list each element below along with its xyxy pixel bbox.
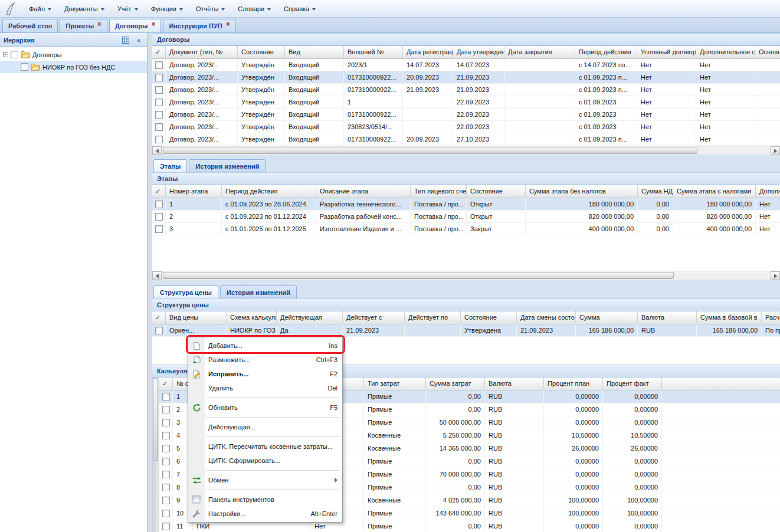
price-tab-1[interactable]: Структура цены xyxy=(153,285,218,298)
column-header-6[interactable]: Состояние xyxy=(461,311,517,324)
checkbox[interactable] xyxy=(155,225,163,233)
table-row[interactable]: Договор, 2023/...УтверждёнВходящий2023/1… xyxy=(152,59,780,71)
stages-tab-2[interactable]: История изменений xyxy=(189,159,266,172)
table-row[interactable]: Ориен...НИОКР по ГОЗДа21.09.2023Утвержде… xyxy=(152,324,780,337)
scrollbar-thumb[interactable] xyxy=(153,379,158,461)
column-header-3[interactable]: Описание этапа xyxy=(316,185,411,198)
close-icon[interactable]: × xyxy=(151,21,155,27)
tree-node-2[interactable]: НИОКР по ГОЗ без НДС xyxy=(0,61,147,73)
table-row[interactable]: Договор, 2023/...УтверждёнВходящий122.09… xyxy=(152,96,780,109)
checkbox[interactable] xyxy=(11,51,18,58)
column-header-2[interactable]: Период действия xyxy=(222,185,316,198)
column-header-7[interactable]: Сумма НДС этапа xyxy=(638,185,673,198)
tree-node-1[interactable]: −Договоры xyxy=(0,48,147,61)
column-header-10[interactable]: Сумма в базовой в xyxy=(697,311,762,324)
column-header-4[interactable]: Тип лицевого счёт xyxy=(411,185,467,198)
checkbox[interactable] xyxy=(155,136,163,143)
checkbox[interactable] xyxy=(162,484,170,491)
table-row[interactable]: Договор, 2023/...УтверждёнВходящий017310… xyxy=(152,109,780,121)
menubar-item-3[interactable]: Учёт xyxy=(111,0,145,17)
column-header-5[interactable]: Действует по xyxy=(405,311,461,324)
context-menu-item-4[interactable]: УдалитьDel xyxy=(188,381,342,395)
checkbox[interactable] xyxy=(155,74,163,81)
context-menu-item-6[interactable]: ОбновитьF5 xyxy=(188,400,342,415)
column-header-8[interactable]: Период действия xyxy=(575,46,637,58)
context-menu-item-13[interactable]: Обмен xyxy=(188,473,342,487)
menubar-item-1[interactable]: Файл xyxy=(22,0,58,17)
checkbox[interactable] xyxy=(155,201,163,208)
checkbox[interactable] xyxy=(162,419,170,426)
checkbox[interactable] xyxy=(155,98,163,106)
context-menu-item-10[interactable]: ЦИТК. Пересчитать косвенные затраты... xyxy=(188,439,342,454)
tab-3[interactable]: Договоры× xyxy=(109,19,161,32)
checkbox[interactable] xyxy=(155,123,163,131)
column-header-8[interactable]: Сумма xyxy=(576,311,638,324)
context-menu-item-8[interactable]: Действующая... xyxy=(188,420,342,434)
panel-splitter[interactable] xyxy=(148,33,152,532)
column-header-11[interactable]: Основн xyxy=(755,46,780,58)
scroll-left-button[interactable] xyxy=(152,271,162,280)
context-menu-item-3[interactable]: Исправить...F2 xyxy=(188,367,342,381)
table-row[interactable]: 2с 01.09.2023 по 01.12.2024Разработка ра… xyxy=(152,211,780,223)
checkbox[interactable] xyxy=(155,86,163,94)
column-header-11[interactable]: Расчёт xyxy=(762,311,780,324)
checkbox[interactable] xyxy=(162,510,170,517)
table-row[interactable]: 3с 01.01.2025 по 01.12.2025Изготовление … xyxy=(152,223,780,235)
menubar-item-2[interactable]: Документы xyxy=(58,0,111,17)
column-header-1[interactable]: Документ (тип, № xyxy=(166,46,238,58)
scroll-left-button[interactable] xyxy=(152,146,162,155)
stages-horizontal-scrollbar[interactable] xyxy=(152,271,780,280)
column-header-5[interactable]: Состояние xyxy=(467,185,526,198)
menubar-item-6[interactable]: Словари xyxy=(231,0,277,17)
checkbox[interactable] xyxy=(162,458,170,465)
checkbox[interactable] xyxy=(162,445,170,452)
table-row[interactable]: Договор, 2023/...УтверждёнВходящий017310… xyxy=(152,71,780,84)
calc-vertical-scrollbar[interactable] xyxy=(152,377,159,532)
column-header-7[interactable]: Дата закрытия xyxy=(504,46,575,58)
column-header-4[interactable]: Действует с xyxy=(343,311,405,324)
context-menu-item-15[interactable]: Панель инструментов xyxy=(188,492,342,507)
column-header-1[interactable]: Вид цены xyxy=(166,311,227,324)
checkbox[interactable] xyxy=(162,523,170,530)
scrollbar-thumb[interactable] xyxy=(163,147,697,154)
column-header-4[interactable]: Внешний № xyxy=(344,46,403,58)
table-row[interactable]: Договор, 2023/...УтверждёнВходящий230823… xyxy=(152,121,780,133)
menubar-item-5[interactable]: Отчёты xyxy=(189,0,231,17)
column-header-8[interactable]: Процент факт xyxy=(603,377,662,390)
column-header-2[interactable]: Схема калькуляци xyxy=(227,311,277,324)
contracts-horizontal-scrollbar[interactable] xyxy=(152,146,780,155)
checkbox[interactable] xyxy=(155,327,163,334)
table-row[interactable]: Договор, 2023/...УтверждёнВходящий017310… xyxy=(152,84,780,96)
select-all-column-header[interactable]: ✓ xyxy=(159,377,173,390)
context-menu-item-1[interactable]: Добавить...Ins xyxy=(188,339,342,353)
column-header-2[interactable]: Состояние xyxy=(238,46,285,58)
table-row[interactable]: 1с 01.09.2023 по 28.06.2024Разработка те… xyxy=(152,198,780,211)
collapse-toggle-icon[interactable]: − xyxy=(3,52,8,57)
context-menu-item-2[interactable]: Размножить...Ctrl+F3 xyxy=(188,353,342,367)
collapse-panel-button[interactable]: « xyxy=(134,35,143,45)
menubar-item-4[interactable]: Функции xyxy=(145,0,189,17)
column-header-6[interactable]: Валюта xyxy=(485,377,544,390)
grid-settings-icon[interactable] xyxy=(121,35,130,45)
select-all-column-header[interactable]: ✓ xyxy=(152,311,166,324)
checkbox[interactable] xyxy=(21,63,28,71)
column-header-5[interactable]: Сумма затрат xyxy=(426,377,485,390)
column-header-8[interactable]: Сумма этапа с налогами xyxy=(673,185,756,198)
scroll-right-button[interactable] xyxy=(771,146,780,155)
column-header-7[interactable]: Процент план xyxy=(544,377,603,390)
context-menu-item-11[interactable]: ЦИТК. Сформировать... xyxy=(188,454,342,468)
checkbox[interactable] xyxy=(162,393,170,400)
column-header-7[interactable]: Дата смены состо xyxy=(517,311,576,324)
close-icon[interactable]: × xyxy=(97,21,101,27)
column-header-4[interactable]: Тип затрат xyxy=(364,377,426,390)
table-row[interactable]: Договор, 2023/...УтверждёнВходящий017310… xyxy=(152,133,780,146)
column-header-9[interactable]: Дополн xyxy=(756,185,780,198)
tab-1[interactable]: Рабочий стол xyxy=(2,19,58,32)
checkbox[interactable] xyxy=(155,61,163,69)
column-header-3[interactable]: Вид xyxy=(285,46,344,58)
checkbox[interactable] xyxy=(162,497,170,504)
checkbox[interactable] xyxy=(155,213,163,221)
stages-tab-1[interactable]: Этапы xyxy=(153,159,187,172)
tab-4[interactable]: Инструкции ПУП× xyxy=(163,19,235,32)
column-header-5[interactable]: Дата регистрации xyxy=(403,46,453,58)
